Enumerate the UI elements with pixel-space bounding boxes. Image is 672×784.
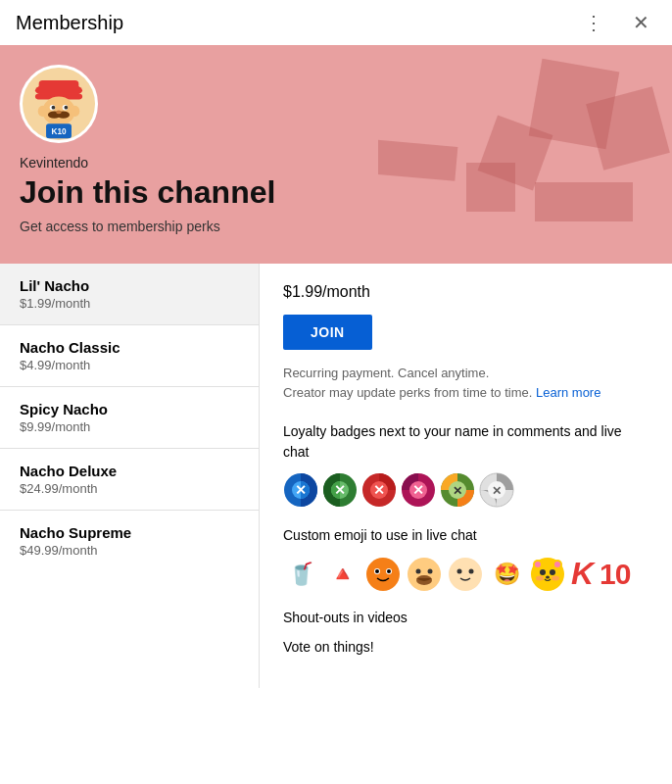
more-options-button[interactable]: ⋮	[578, 7, 609, 38]
avatar-image: K10	[23, 65, 95, 143]
join-button[interactable]: JOIN	[283, 315, 372, 350]
svg-text:K10: K10	[51, 126, 67, 136]
channel-avatar: K10	[20, 65, 98, 143]
tier-name: Lil' Nacho	[20, 277, 239, 294]
emoji-game-char	[365, 557, 401, 592]
emoji-drink: 🥤	[283, 557, 318, 592]
svg-point-39	[408, 558, 441, 591]
loyalty-badge-1: ✕	[283, 472, 318, 508]
svg-rect-2	[39, 80, 79, 95]
loyalty-badge-3: ✕	[361, 472, 397, 508]
svg-point-41	[428, 568, 433, 573]
svg-point-10	[65, 106, 69, 110]
loyalty-badge-4: ✕	[401, 472, 436, 508]
loyalty-badge-6: ✕	[479, 472, 514, 508]
emoji-label: Custom emoji to use in live chat	[283, 525, 648, 546]
learn-more-link[interactable]: Learn more	[536, 385, 600, 400]
top-bar-icons: ⋮ ✕	[578, 7, 656, 38]
tier-price: $4.99/month	[20, 358, 239, 372]
tier-detail-panel: $1.99/month JOIN Recurring payment. Canc…	[260, 264, 672, 688]
svg-point-55	[546, 575, 550, 578]
selected-tier-price: $1.99/month	[283, 283, 648, 301]
tier-price: $9.99/month	[20, 419, 239, 434]
svg-text:✕: ✕	[453, 484, 462, 498]
svg-point-49	[535, 562, 541, 567]
emoji-face2	[448, 557, 483, 592]
tier-item-spicy-nacho[interactable]: Spicy Nacho $9.99/month	[0, 387, 259, 449]
tier-item-nacho-classic[interactable]: Nacho Classic $4.99/month	[0, 325, 259, 387]
svg-text:✕: ✕	[492, 484, 502, 498]
badges-row: ✕ ✕ ✕	[283, 472, 648, 508]
tier-item-nacho-supreme[interactable]: Nacho Supreme $49.99/month	[0, 511, 259, 571]
svg-point-9	[52, 106, 56, 110]
svg-point-53	[536, 575, 544, 580]
svg-text:✕: ✕	[412, 482, 424, 498]
svg-text:✕: ✕	[373, 482, 385, 498]
emoji-star-face: 🤩	[489, 557, 524, 592]
emoji-pyramid: 🔺	[324, 557, 360, 592]
tier-name: Spicy Nacho	[20, 401, 239, 417]
svg-point-43	[449, 558, 482, 591]
emoji-bearded-face	[407, 557, 442, 592]
svg-point-40	[416, 568, 421, 573]
hero-subtitle: Get access to membership perks	[20, 219, 652, 234]
tier-item-nacho-deluxe[interactable]: Nacho Deluxe $24.99/month	[0, 449, 259, 511]
svg-point-44	[457, 568, 462, 573]
tier-price: $1.99/month	[20, 296, 239, 311]
vote-label: Vote on things!	[283, 639, 374, 655]
svg-point-52	[550, 569, 555, 575]
svg-point-50	[554, 562, 560, 567]
payment-note: Recurring payment. Cancel anytime. Creat…	[283, 364, 648, 402]
svg-point-11	[56, 110, 62, 114]
top-bar: Membership ⋮ ✕	[0, 0, 672, 45]
svg-point-51	[540, 569, 546, 575]
channel-name: Kevintendo	[20, 155, 652, 171]
svg-point-37	[375, 569, 379, 573]
shoutouts-label: Shout-outs in videos	[283, 610, 408, 625]
badges-perk-section: Loyalty badges next to your name in comm…	[283, 421, 648, 508]
loyalty-badge-2: ✕	[322, 472, 358, 508]
emoji-number-10: 10	[600, 558, 630, 591]
svg-point-15	[71, 106, 79, 117]
payment-note-line2: Creator may update perks from time to ti…	[283, 385, 532, 400]
emoji-perk-section: Custom emoji to use in live chat 🥤 🔺	[283, 525, 648, 592]
tier-item-lil-nacho[interactable]: Lil' Nacho $1.99/month	[0, 264, 259, 325]
payment-note-line1: Recurring payment. Cancel anytime.	[283, 366, 489, 380]
main-content: Lil' Nacho $1.99/month Nacho Classic $4.…	[0, 264, 672, 688]
tier-name: Nacho Deluxe	[20, 463, 239, 479]
svg-point-38	[387, 569, 391, 573]
hero-banner: K10 Kevintendo Join this channel Get acc…	[0, 45, 672, 264]
emoji-cute-animal	[530, 557, 565, 592]
vote-perk: Vote on things!	[283, 639, 648, 655]
hero-join-title: Join this channel	[20, 174, 652, 211]
badges-label: Loyalty badges next to your name in comm…	[283, 421, 648, 463]
close-button[interactable]: ✕	[625, 7, 656, 38]
shoutouts-perk: Shout-outs in videos	[283, 610, 648, 625]
page-title: Membership	[16, 12, 123, 34]
more-icon: ⋮	[584, 11, 603, 34]
tier-name: Nacho Supreme	[20, 524, 239, 541]
emoji-k-letter: K	[571, 556, 594, 592]
svg-point-34	[366, 558, 400, 591]
svg-text:✕: ✕	[334, 482, 346, 498]
svg-point-54	[552, 575, 559, 580]
emoji-row: 🥤 🔺	[283, 556, 648, 592]
tier-price: $24.99/month	[20, 481, 239, 496]
svg-point-14	[38, 106, 47, 117]
svg-point-45	[469, 568, 474, 573]
tiers-sidebar: Lil' Nacho $1.99/month Nacho Classic $4.…	[0, 264, 260, 688]
tier-price: $49.99/month	[20, 543, 239, 558]
close-icon: ✕	[633, 11, 649, 34]
svg-text:✕: ✕	[295, 482, 307, 498]
tier-name: Nacho Classic	[20, 339, 239, 356]
loyalty-badge-5: ✕	[440, 472, 475, 508]
